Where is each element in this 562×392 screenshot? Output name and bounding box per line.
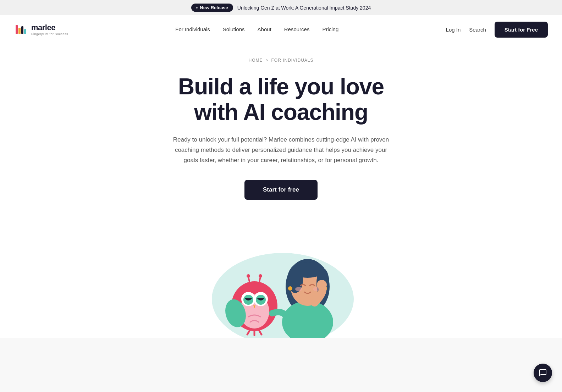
- breadcrumb-separator: >: [265, 58, 268, 63]
- logo-text: marlee Fingerprint for Success: [31, 23, 68, 36]
- hero-description: Ready to unlock your full potential? Mar…: [167, 135, 395, 166]
- logo-main-text: marlee: [31, 23, 68, 32]
- svg-rect-3: [24, 29, 26, 34]
- breadcrumb-current: FOR INDIVIDUALS: [271, 58, 314, 63]
- breadcrumb: HOME > FOR INDIVIDUALS: [248, 58, 313, 63]
- hero-illustration: [192, 217, 370, 338]
- chat-icon: [539, 369, 547, 377]
- announcement-bar: New Release Unlocking Gen Z at Work: A G…: [0, 0, 562, 15]
- svg-point-31: [317, 280, 327, 290]
- announcement-link[interactable]: Unlocking Gen Z at Work: A Generational …: [237, 5, 371, 11]
- nav-item-solutions[interactable]: Solutions: [223, 26, 245, 33]
- logo[interactable]: marlee Fingerprint for Success: [14, 22, 68, 37]
- svg-point-26: [291, 262, 325, 278]
- logo-icon: [14, 22, 29, 37]
- hero-title: Build a life you love with AI coaching: [178, 74, 384, 125]
- main-nav: For Individuals Solutions About Resource…: [175, 26, 338, 33]
- logo-sub-text: Fingerprint for Success: [31, 32, 68, 36]
- svg-point-27: [295, 287, 302, 291]
- svg-rect-2: [21, 26, 23, 34]
- nav-right: Log In Search Start for Free: [446, 22, 548, 38]
- search-link[interactable]: Search: [469, 27, 486, 33]
- hero-title-line1: Build a life you love: [178, 74, 384, 99]
- nav-item-pricing[interactable]: Pricing: [322, 26, 338, 33]
- hero-illustration-container: [192, 217, 370, 338]
- breadcrumb-home[interactable]: HOME: [248, 58, 263, 63]
- start-free-button[interactable]: Start for Free: [495, 22, 548, 38]
- header: marlee Fingerprint for Success For Indiv…: [0, 15, 562, 44]
- login-link[interactable]: Log In: [446, 27, 461, 33]
- svg-rect-0: [16, 25, 18, 34]
- svg-point-29: [288, 286, 292, 291]
- nav-item-resources[interactable]: Resources: [284, 26, 310, 33]
- nav-item-about[interactable]: About: [258, 26, 271, 33]
- chat-button[interactable]: [534, 364, 552, 382]
- new-release-badge: New Release: [191, 4, 233, 12]
- hero-title-line2: with AI coaching: [194, 99, 368, 125]
- main-content: HOME > FOR INDIVIDUALS Build a life you …: [0, 44, 562, 338]
- svg-point-17: [247, 274, 250, 278]
- nav-item-for-individuals[interactable]: For Individuals: [175, 26, 210, 33]
- svg-point-19: [259, 274, 262, 278]
- svg-rect-1: [18, 28, 21, 34]
- hero-cta-button[interactable]: Start for free: [244, 180, 318, 200]
